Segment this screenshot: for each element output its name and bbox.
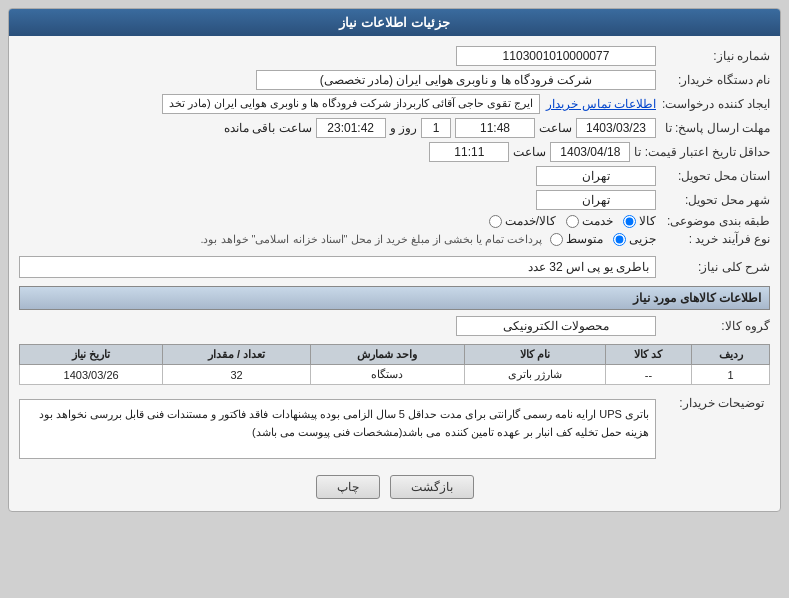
sharh-value: باطری یو پی اس 32 عدد (19, 256, 656, 278)
saat-mande-label: ساعت باقی مانده (224, 121, 312, 135)
nooe-motavas-label: متوسط (566, 232, 603, 246)
nooe-jozi-radio[interactable] (613, 233, 626, 246)
page-title: جزئیات اطلاعات نیاز (9, 9, 780, 36)
tabaqe-kala-radio[interactable] (623, 215, 636, 228)
col-tedad: تعداد / مقدار (163, 345, 311, 365)
tabaqe-kala-khedmat-option[interactable]: کالا/خدمت (489, 214, 556, 228)
tabaqe-khedmat-label: خدمت (582, 214, 613, 228)
ettela-title: اطلاعات کالاهای مورد نیاز (19, 286, 770, 310)
nooe-motavas-option[interactable]: متوسط (550, 232, 603, 246)
ijad-link[interactable]: اطلاعات تماس خریدار (546, 97, 656, 111)
name-dastgah-label: نام دستگاه خریدار: (660, 73, 770, 87)
footer-buttons: بازگشت چاپ (19, 467, 770, 503)
tozi-value: باتری UPS ارایه نامه رسمی گارانتی برای م… (19, 399, 656, 459)
col-vahed: واحد شمارش (310, 345, 464, 365)
saat-hadaqal: 11:11 (429, 142, 509, 162)
tabaqe-group: کالا خدمت کالا/خدمت (489, 214, 656, 228)
tabaqe-kala-khedmat-label: کالا/خدمت (505, 214, 556, 228)
tabaqe-kala-label: کالا (639, 214, 656, 228)
shomara-label: شماره نیاز: (660, 49, 770, 63)
shahr-value: تهران (536, 190, 656, 210)
saat-mande-value: 23:01:42 (316, 118, 386, 138)
name-dastgah-value: شرکت فرودگاه ها و ناوبری هوایی ایران (ما… (256, 70, 656, 90)
tabaqe-kala-option[interactable]: کالا (623, 214, 656, 228)
grooh-label: گروه کالا: (660, 319, 770, 333)
nooe-farayand-note: پرداخت تمام یا بخشی از مبلغ خرید از محل … (200, 233, 542, 246)
items-table-section: ردیف کد کالا نام کالا واحد شمارش تعداد /… (19, 344, 770, 385)
grooh-value: محصولات الکترونیکی (456, 316, 656, 336)
cell-radif: 1 (692, 365, 770, 385)
sharh-label: شرح کلی نیاز: (660, 260, 770, 274)
table-row: 1--شارژر باتریدستگاه321403/03/26 (20, 365, 770, 385)
nooe-motavas-radio[interactable] (550, 233, 563, 246)
tabaqe-khedmat-option[interactable]: خدمت (566, 214, 613, 228)
cell-tarikh: 1403/03/26 (20, 365, 163, 385)
cell-tedad: 32 (163, 365, 311, 385)
tarikh-mohlat: 1403/03/23 (576, 118, 656, 138)
cell-name: شارژر باتری (464, 365, 605, 385)
items-table: ردیف کد کالا نام کالا واحد شمارش تعداد /… (19, 344, 770, 385)
saat-label1: ساعت (539, 121, 572, 135)
cell-code: -- (605, 365, 691, 385)
mohlat-label: مهلت ارسال پاسخ: تا (660, 121, 770, 135)
tabaqe-kala-khedmat-radio[interactable] (489, 215, 502, 228)
nooe-jozi-label: جزیی (629, 232, 656, 246)
shahr-label: شهر محل تحویل: (660, 193, 770, 207)
tarikh-hadaqal: 1403/04/18 (550, 142, 630, 162)
col-tarikh: تاریخ نیاز (20, 345, 163, 365)
nooe-farayand-label: نوع فرآیند خرید : (660, 232, 770, 246)
back-button[interactable]: بازگشت (390, 475, 474, 499)
rooz-label: روز و (390, 121, 417, 135)
tabaqe-khedmat-radio[interactable] (566, 215, 579, 228)
col-radif: ردیف (692, 345, 770, 365)
tozi-label: توضیحات خریدار: (660, 393, 770, 413)
col-name: نام کالا (464, 345, 605, 365)
shomara-value: 1103001010000077 (456, 46, 656, 66)
rooz-value: 1 (421, 118, 451, 138)
ostan-value: تهران (536, 166, 656, 186)
tabaqe-label: طبقه بندی موضوعی: (660, 214, 770, 228)
print-button[interactable]: چاپ (316, 475, 380, 499)
ijad-label: ایجاد کننده درخواست: (660, 97, 770, 111)
saat-mohlat: 11:48 (455, 118, 535, 138)
ostan-label: استان محل تحویل: (660, 169, 770, 183)
cell-vahed: دستگاه (310, 365, 464, 385)
col-code: کد کالا (605, 345, 691, 365)
nooe-farayand-group: جزیی متوسط (550, 232, 656, 246)
nooe-jozi-option[interactable]: جزیی (613, 232, 656, 246)
saat-label2: ساعت (513, 145, 546, 159)
hadaqal-label: حداقل تاریخ اعتبار قیمت: تا (634, 145, 770, 159)
ijad-value: ایرج تقوی حاجی آقائی کاربرداز شرکت فرودگ… (162, 94, 540, 114)
